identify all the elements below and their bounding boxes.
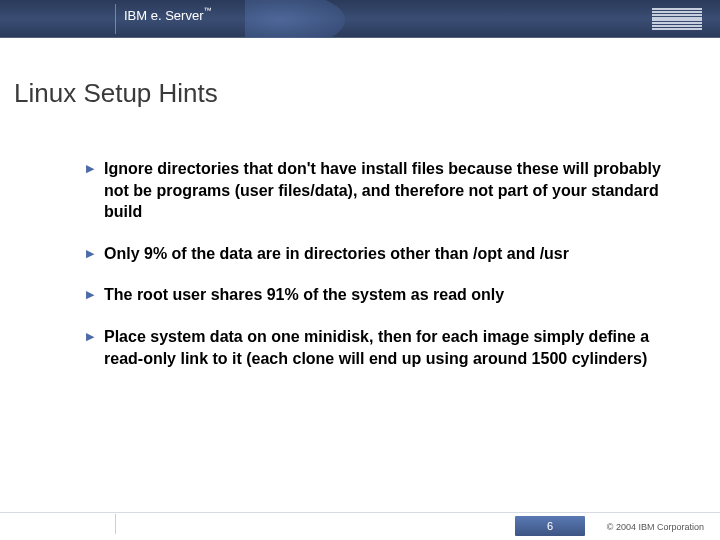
footer-top-line <box>0 512 720 513</box>
header-divider <box>115 4 116 34</box>
bullet-arrow-icon: ▶ <box>86 326 104 369</box>
copyright-text: © 2004 IBM Corporation <box>607 522 704 532</box>
page-number-badge: 6 <box>515 516 585 536</box>
slide-footer: 6 © 2004 IBM Corporation <box>0 512 720 540</box>
slide-title: Linux Setup Hints <box>14 78 218 109</box>
bullet-item: ▶ Place system data on one minidisk, the… <box>86 326 670 369</box>
footer-divider <box>115 514 116 534</box>
product-line-label: IBM e. Server™ <box>124 8 211 23</box>
bullet-item: ▶ Only 9% of the data are in directories… <box>86 243 670 265</box>
page-number: 6 <box>547 520 553 532</box>
bullet-item: ▶ The root user shares 91% of the system… <box>86 284 670 306</box>
bullet-arrow-icon: ▶ <box>86 158 104 223</box>
ibm-logo-icon <box>652 8 702 30</box>
bullet-item: ▶ Ignore directories that don't have ins… <box>86 158 670 223</box>
header-underline <box>0 37 720 38</box>
header-curve-decoration <box>245 0 355 38</box>
bullet-text: Place system data on one minidisk, then … <box>104 326 670 369</box>
slide-content: ▶ Ignore directories that don't have ins… <box>86 158 670 389</box>
bullet-text: Ignore directories that don't have insta… <box>104 158 670 223</box>
bullet-text: The root user shares 91% of the system a… <box>104 284 504 306</box>
bullet-arrow-icon: ▶ <box>86 243 104 265</box>
slide-header: IBM e. Server™ <box>0 0 720 38</box>
bullet-text: Only 9% of the data are in directories o… <box>104 243 569 265</box>
bullet-arrow-icon: ▶ <box>86 284 104 306</box>
